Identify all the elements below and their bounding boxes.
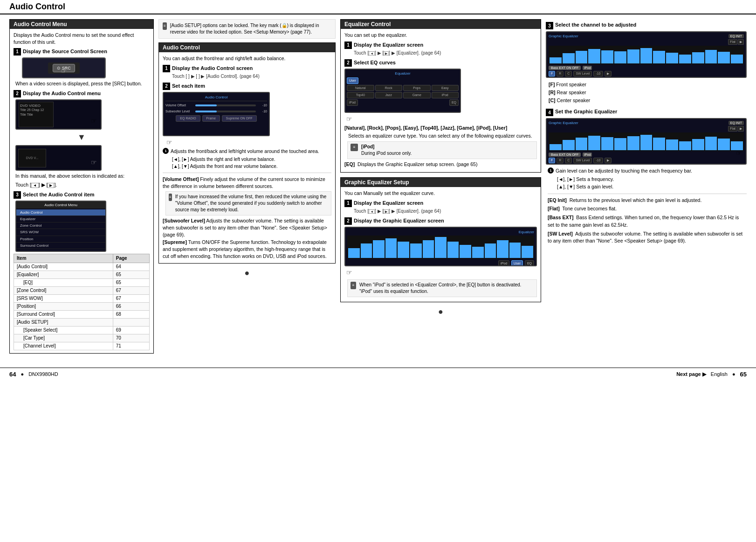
eq-step2-label: Select EQ curves bbox=[354, 59, 396, 66]
hand-cursor-icon-3: ☞ bbox=[91, 158, 97, 167]
supreme-term: [Supreme] bbox=[163, 239, 187, 245]
middle-column: ≡ [Audio SETUP] options can be locked. T… bbox=[158, 19, 336, 358]
table-cell-page: 71 bbox=[113, 342, 149, 350]
footer-page-right: 65 bbox=[740, 371, 747, 378]
item1-lr: [◄], [►] Adjusts the right and left volu… bbox=[172, 156, 331, 163]
eq-curves-desc: [Natural], [Rock], [Pops], [Easy], [Top4… bbox=[344, 125, 537, 132]
subwoofer-term: [Subwoofer Level] bbox=[163, 218, 205, 223]
table-cell-page: 67 bbox=[113, 286, 149, 294]
step4-item1: 1 Gain level can be adjusted by touching… bbox=[548, 167, 747, 175]
table-cell-item: [Position] bbox=[14, 302, 113, 310]
eq-init-p: [EQ Init] Returns to the previous level … bbox=[548, 197, 747, 204]
eq-bar bbox=[563, 140, 575, 150]
eq-bar bbox=[447, 242, 459, 258]
eq-bar bbox=[640, 48, 653, 63]
table-cell-item: [Channel Level] bbox=[14, 342, 113, 350]
eq-bar bbox=[497, 240, 509, 258]
geq-bars-1 bbox=[347, 236, 534, 259]
table-cell-item: [EQ] bbox=[14, 278, 113, 286]
footer-left: 64 ● DNX9980HD bbox=[9, 371, 58, 378]
left-step1-header: 1 Display the Source Control Screen bbox=[14, 48, 150, 56]
hand-cursor-icon-2: ☞ bbox=[91, 117, 97, 126]
note-text: [Audio SETUP] options can be locked. The… bbox=[170, 22, 331, 35]
mid-step2-label: Set each item bbox=[172, 83, 205, 90]
table-cell-page bbox=[113, 318, 149, 326]
big-geq-bars-2 bbox=[549, 132, 744, 151]
table-cell-item: [Audio Control] bbox=[14, 263, 113, 271]
eq-init-term: [EQ Init] bbox=[548, 197, 567, 203]
geq-desc: You can Manually set the equalizer curve… bbox=[344, 190, 537, 197]
step4-hand-icon: ☞ bbox=[736, 149, 742, 157]
table-cell-item: [Equalizer] bbox=[14, 271, 113, 278]
eq-bar bbox=[640, 135, 653, 150]
bass-ext-term: [Bass EXT] bbox=[548, 215, 573, 220]
footer-page-left: 64 bbox=[9, 371, 16, 378]
geq-lr: [◄], [►] Sets a frequency. bbox=[557, 176, 747, 183]
step4-section: 4 Set the Graphic Equalizer Graphic Equa… bbox=[546, 109, 747, 245]
channel-c: [C] Center speaker bbox=[549, 97, 747, 104]
step2-note: In this manual, the above selection is i… bbox=[15, 173, 150, 180]
page-title: Audio Control bbox=[0, 0, 756, 14]
geq-step2-label: Display the Graphic Equalizer screen bbox=[354, 217, 444, 224]
step4-item1-desc: Gain level can be adjusted by touching t… bbox=[556, 167, 692, 175]
vol-offset-val: -10 bbox=[258, 103, 267, 108]
eq-bar bbox=[460, 245, 471, 258]
mid-step1-label: Display the Audio Control screen bbox=[172, 65, 253, 72]
vol-offset-term: [Volume Offset] bbox=[163, 176, 199, 182]
eq-bar bbox=[550, 144, 562, 150]
arrow-down-icon: ▼ bbox=[14, 132, 150, 143]
menu-item-equalizer: Equalizer bbox=[16, 216, 105, 222]
eq-ipod-desc: During iPod source only. bbox=[361, 150, 412, 157]
eq-ipod-label: [iPod] bbox=[361, 144, 374, 149]
subwoofer-desc-p: [Subwoofer Level] Adjusts the subwoofer … bbox=[163, 217, 331, 238]
step1-note: When a video screen is displayed, press … bbox=[15, 80, 150, 87]
audio-control-title: Audio Control bbox=[159, 43, 335, 52]
audio-control-menu-desc: Displays the Audio Control menu to set t… bbox=[14, 32, 150, 45]
sw-level-p: [SW Level] Adjusts the subwoofer volume.… bbox=[548, 230, 747, 245]
sw-level-desc: Adjusts the subwoofer volume. The settin… bbox=[548, 231, 742, 244]
table-cell-page: 68 bbox=[113, 310, 149, 318]
geq-note: ≡ When "iPod" is selected in <Equalizer … bbox=[347, 279, 537, 297]
next-page-label: Next page ▶ bbox=[676, 371, 706, 377]
geq-ipod-btn: iPod bbox=[498, 260, 509, 266]
table-row: [Channel Level]71 bbox=[14, 342, 150, 350]
sub-val: -10 bbox=[258, 109, 267, 114]
footer-lang: English bbox=[711, 371, 728, 377]
menu-item-position: Position bbox=[16, 236, 105, 243]
big-geq-screen-2: Graphic Equalizer EQ INIT Flat ▶ Bass EX… bbox=[546, 118, 747, 165]
eq-bar bbox=[435, 237, 447, 258]
eq-bar bbox=[385, 238, 397, 258]
eq-bar bbox=[522, 246, 533, 258]
table-cell-item: [Speaker Select] bbox=[14, 326, 113, 334]
menu-item-zone: Zone Control bbox=[16, 222, 105, 229]
step2-indication: Touch [◄] ▶ [▶]. bbox=[15, 181, 150, 188]
audio-control-menu-section: Audio Control Menu Displays the Audio Co… bbox=[9, 19, 154, 354]
geq-step1-label: Display the Equalizer screen bbox=[354, 200, 423, 207]
item1-desc: Adjusts the front/back and left/right vo… bbox=[171, 148, 319, 155]
table-row: [SRS WOW]67 bbox=[14, 294, 150, 302]
eq-bar bbox=[601, 137, 613, 150]
table-cell-item: [Audio SETUP] bbox=[14, 318, 113, 326]
channel-eq-screen: Graphic Equalizer EQ INIT Flat ▶ Bass EX… bbox=[546, 31, 747, 78]
geq-ud: [▲], [▼] Sets a gain level. bbox=[557, 183, 747, 191]
bass-ext-desc: Bass Extend settings. When turned on, th… bbox=[548, 215, 739, 228]
channel-r: [R] Rear speaker bbox=[549, 89, 747, 97]
geq-title: Graphic Equalizer Setup bbox=[341, 178, 541, 187]
table-row: [Audio Control]64 bbox=[14, 263, 150, 271]
eq-bar bbox=[588, 136, 600, 150]
table-cell-item: [SRS WOW] bbox=[14, 294, 113, 302]
eq-bar bbox=[563, 53, 575, 63]
eq-bar bbox=[614, 51, 626, 63]
step4-descriptions: 1 Gain level can be adjusted by touching… bbox=[548, 167, 747, 245]
table-cell-item: [Car Type] bbox=[14, 334, 113, 342]
note-icon-3: ≡ bbox=[351, 144, 358, 151]
eq-control-desc: You can set up the equalizer. bbox=[344, 32, 537, 39]
table-cell-page: 65 bbox=[113, 271, 149, 278]
eq-bar bbox=[472, 247, 484, 258]
eq-bar bbox=[576, 51, 588, 63]
eq-bar bbox=[653, 138, 665, 150]
sub-track bbox=[195, 111, 256, 112]
audio-control-desc: You can adjust the front/rear and right/… bbox=[163, 55, 331, 62]
table-cell-page: 64 bbox=[113, 263, 149, 271]
eq-bar bbox=[705, 50, 717, 63]
